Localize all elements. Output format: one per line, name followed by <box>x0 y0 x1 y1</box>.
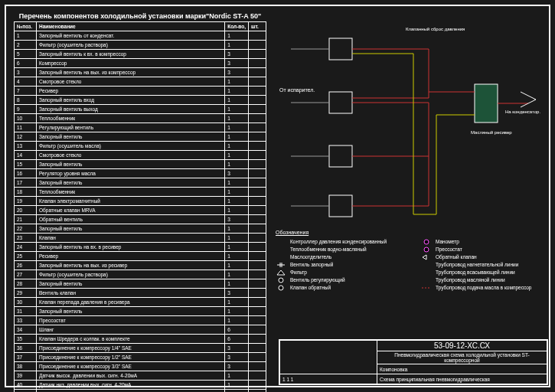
table-row: 30Клапан перепада давления в ресиверa1 <box>15 298 266 307</box>
col-name: Наименование <box>37 22 225 31</box>
table-row: 20Обратные клапан MRVA1 <box>15 206 266 215</box>
bom-table-wrap: Перечень компонентов холодильной установ… <box>14 11 266 392</box>
table-row: 41Манометр высокого давления1 <box>15 390 266 393</box>
legend-item: Маслоотделитель <box>276 253 398 260</box>
legend-item: Вентиль регулирующий <box>276 276 398 283</box>
table-row: 39Датчик высок. давлении вых. сигн. 4-20… <box>15 371 266 381</box>
legend: Обозначения Контроллер давления конденси… <box>276 230 544 292</box>
svg-point-11 <box>424 247 429 252</box>
label-relief: Клапанный сброс давления <box>406 27 465 31</box>
svg-rect-1 <box>329 92 352 113</box>
legend-item: Фильтр <box>276 269 398 276</box>
table-row: 8Запорный вентиль вход1 <box>15 96 266 105</box>
table-row: 25Ресивер1 <box>15 252 266 261</box>
schematic-diagram: От испарител. Клапанный сброс давления М… <box>276 15 544 230</box>
col-unit: шт. <box>249 22 266 31</box>
table-row: 28Запорный вентиль1 <box>15 279 266 289</box>
table-row: 26Запорный вентиль на вых. из ресивер1 <box>15 261 266 270</box>
label-to-cond: На конденсатор. <box>505 109 540 114</box>
table-row: 40Датчик низ. давлении вых. сигн. 4-20мА… <box>15 381 266 390</box>
svg-point-8 <box>279 278 283 283</box>
legend-item: Вентиль запорный <box>276 261 398 268</box>
legend-item: Прессостат <box>421 246 544 253</box>
table-row: 23Клапан1 <box>15 234 266 243</box>
table-row: 34Шланг6 <box>15 325 266 335</box>
svg-rect-2 <box>329 145 352 167</box>
table-row: 3Запорный вентиль на вых. из компрессор3 <box>15 68 266 77</box>
table-row: 22Запорный вентиль1 <box>15 224 266 234</box>
table-row: 17Запорный вентиль1 <box>15 178 266 188</box>
tb-row: Компоновка <box>377 364 547 374</box>
col-qty: Кол-во, <box>225 22 249 31</box>
drawing-number: 53-09-12-ХС.СХ <box>377 341 547 351</box>
legend-item: Теплообменник водно-масляный <box>276 246 398 253</box>
table-row: 24Запорный вентиль на вх. в ресивер1 <box>15 243 266 252</box>
bom-table: №поз. Наименование Кол-во, шт. 1Запорный… <box>14 21 266 392</box>
table-row: 6Компрессор3 <box>15 59 266 68</box>
legend-item: Манометр <box>421 238 544 245</box>
table-row: 14Смотровое стекло1 <box>15 151 266 160</box>
title-block: 53-09-12-ХС.СХ Пневмогидравлическая схем… <box>279 339 548 385</box>
table-row: 5Запорный вентиль к вх. в компрессор3 <box>15 50 266 59</box>
bom-header-row: №поз. Наименование Кол-во, шт. <box>15 22 266 31</box>
table-row: 11Регулирующий вентиль1 <box>15 123 266 132</box>
table-row: 29Вентиль клапан3 <box>15 289 266 298</box>
table-row: 36Присоединение к компрессору 1/4" SAE3 <box>15 344 266 353</box>
table-row: 13Фильтр (осушитель масла)1 <box>15 142 266 151</box>
table-row: 7Ресивер1 <box>15 87 266 96</box>
legend-item: Контроллер давления конденсированный <box>276 238 398 245</box>
svg-point-9 <box>279 286 283 290</box>
legend-item: Клапан обратный <box>276 284 398 291</box>
label-receiver: Масляный ресивер <box>471 130 512 135</box>
table-row: 10Теплообменник1 <box>15 114 266 123</box>
table-row: 12Запорный вентиль1 <box>15 132 266 142</box>
svg-rect-4 <box>475 84 498 122</box>
table-row: 31Запорный вентиль1 <box>15 307 266 316</box>
svg-rect-5 <box>277 240 285 244</box>
legend-item: Трубопровод масляной линии <box>421 276 544 283</box>
legend-item: Трубопровод нагнетательной линии <box>421 261 544 268</box>
legend-item: Трубопровод всасывающей линии <box>421 269 544 276</box>
table-row: 27Фильтр (осушитель раствора)1 <box>15 270 266 279</box>
cad-canvas: Перечень компонентов холодильной установ… <box>0 0 555 392</box>
table-row: 19Клапан электромагнитный1 <box>15 197 266 206</box>
table-row: 1Запорный вентиль от конденсат.1 <box>15 31 266 41</box>
legend-item: Обратный клапан <box>421 253 544 260</box>
table-row: 35Клапан Шредера с колпак. в комплекте6 <box>15 335 266 344</box>
drawing-desc: Пневмогидравлическая схема холодильной у… <box>377 351 547 364</box>
svg-rect-0 <box>329 38 352 60</box>
table-row: 33Прессостат1 <box>15 316 266 325</box>
tb-bottom: Схема принципиальная пневмогидравлическа… <box>377 374 547 384</box>
table-row: 21Обратный вентиль3 <box>15 215 266 224</box>
svg-rect-7 <box>277 255 285 260</box>
table-row: 16Регулятор уровня масла3 <box>15 169 266 178</box>
table-row: 37Присоединение к компрессору 1/2" SAE3 <box>15 353 266 362</box>
table-row: 2Фильтр (осушитель раствора)1 <box>15 41 266 50</box>
table-row: 4Смотровое стекло1 <box>15 77 266 87</box>
svg-rect-3 <box>329 195 352 217</box>
table-row: 15Запорный вентиль1 <box>15 160 266 169</box>
col-num: №поз. <box>15 22 37 31</box>
bom-title: Перечень компонентов холодильной установ… <box>14 11 266 21</box>
svg-point-10 <box>424 240 429 244</box>
legend-header: Обозначения <box>276 230 544 235</box>
tb-numbers: 1 1 1 <box>280 374 377 384</box>
table-row: 38Присоединение к компрессору 3/3" SAE3 <box>15 362 266 371</box>
svg-rect-6 <box>277 247 285 252</box>
label-from-evap: От испарител. <box>279 87 315 93</box>
legend-item: Трубопровод подача масла в компрессор <box>421 284 544 291</box>
table-row: 9Запорный вентиль выход1 <box>15 105 266 114</box>
table-row: 18Теплообменник1 <box>15 188 266 197</box>
